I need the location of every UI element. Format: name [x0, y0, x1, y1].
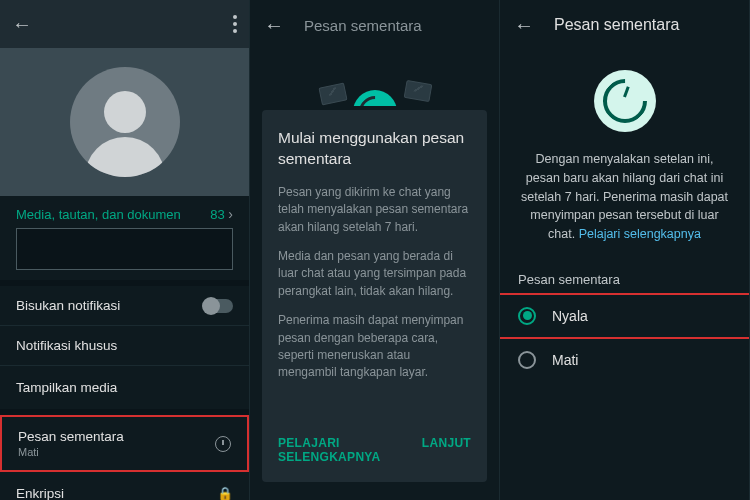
custom-notifications-row[interactable]: Notifikasi khusus — [0, 326, 249, 366]
option-off-row[interactable]: Mati — [500, 339, 749, 381]
radio-off-icon — [518, 351, 536, 369]
encryption-row[interactable]: Enkripsi Pesan dan panggilan terenkripsi… — [0, 472, 249, 500]
dialog-title: Mulai menggunakan pesan sementara — [278, 128, 471, 170]
back-arrow-icon[interactable]: ← — [514, 14, 534, 37]
encryption-label: Enkripsi — [16, 486, 217, 500]
media-links-docs-row[interactable]: Media, tautan, dan dokumen 83 › — [0, 196, 249, 228]
back-arrow-icon[interactable]: ← — [264, 14, 284, 37]
timer-graphic-icon — [353, 90, 397, 106]
disappearing-status: Mati — [18, 446, 124, 458]
dialog-paragraph-3: Penerima masih dapat menyimpan pesan den… — [278, 312, 471, 382]
mute-label: Bisukan notifikasi — [16, 298, 120, 313]
panel3-header: ← Pesan sementara — [500, 0, 749, 50]
settings-panel: ← Pesan sementara Dengan menyalakan sete… — [500, 0, 750, 500]
more-options-icon[interactable] — [233, 15, 237, 33]
panel3-graphic — [500, 50, 749, 150]
option-on-label: Nyala — [552, 308, 588, 324]
panel2-graphic — [250, 50, 499, 106]
mute-toggle[interactable] — [203, 299, 233, 313]
option-off-label: Mati — [552, 352, 578, 368]
learn-more-link[interactable]: Pelajari selengkapnya — [579, 227, 701, 241]
disappearing-label: Pesan sementara — [18, 429, 124, 444]
panel2-header: ← Pesan sementara — [250, 0, 499, 50]
dialog-paragraph-2: Media dan pesan yang berada di luar chat… — [278, 248, 471, 300]
show-media-label: Tampilkan media — [16, 380, 117, 395]
option-on-row[interactable]: Nyala — [500, 293, 750, 339]
media-label: Media, tautan, dan dokumen — [16, 207, 181, 222]
section-label: Pesan sementara — [500, 262, 749, 293]
panel3-title: Pesan sementara — [554, 16, 679, 34]
intro-dialog: Mulai menggunakan pesan sementara Pesan … — [262, 110, 487, 482]
panel3-description: Dengan menyalakan setelan ini, pesan bar… — [500, 150, 749, 262]
avatar-area[interactable] — [0, 48, 249, 196]
lock-icon: 🔒 — [217, 486, 233, 500]
disappearing-messages-row[interactable]: Pesan sementara Mati — [0, 415, 249, 472]
learn-more-button[interactable]: PELAJARI SELENGKAPNYA — [278, 436, 402, 464]
contact-info-panel: ← Media, tautan, dan dokumen 83 › Bisuka… — [0, 0, 250, 500]
timer-large-icon — [594, 70, 656, 132]
timer-icon — [215, 436, 231, 452]
panel1-header: ← — [0, 0, 249, 48]
media-count: 83 › — [210, 206, 233, 222]
avatar-placeholder-icon — [70, 67, 180, 177]
panel2-title: Pesan sementara — [304, 17, 422, 34]
custom-notif-label: Notifikasi khusus — [16, 338, 117, 353]
radio-on-icon — [518, 307, 536, 325]
dialog-paragraph-1: Pesan yang dikirim ke chat yang telah me… — [278, 184, 471, 236]
continue-button[interactable]: LANJUT — [422, 436, 471, 464]
show-media-row[interactable]: Tampilkan media — [0, 366, 249, 415]
mute-notifications-row[interactable]: Bisukan notifikasi — [0, 286, 249, 326]
intro-dialog-panel: ← Pesan sementara Mulai menggunakan pesa… — [250, 0, 500, 500]
media-preview-box[interactable] — [16, 228, 233, 270]
back-arrow-icon[interactable]: ← — [12, 13, 32, 36]
